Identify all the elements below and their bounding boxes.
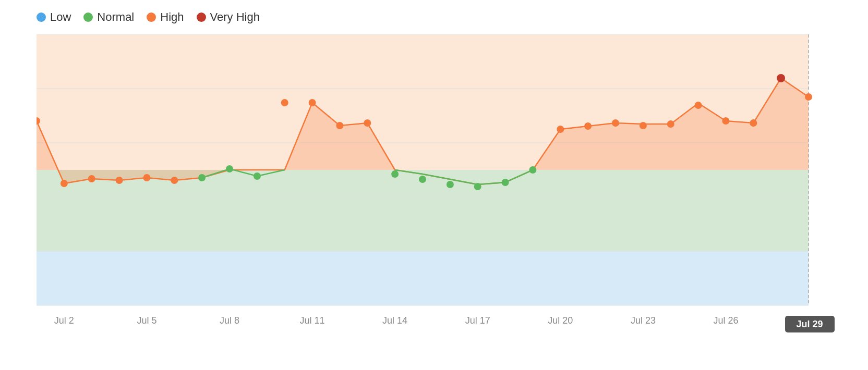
chart-area: 10 8 4 2 0 Jul 2 Jul 5 Jul 8 Jul 11 Jul … xyxy=(37,34,837,337)
legend-item-very-high: Very High xyxy=(197,10,260,24)
legend-label-high: High xyxy=(160,10,184,24)
dot-jul23 xyxy=(640,122,647,129)
x-label-jul14: Jul 14 xyxy=(382,315,407,326)
x-label-jul8: Jul 8 xyxy=(220,315,239,326)
dot-jul19 xyxy=(529,166,536,174)
legend-label-very-high: Very High xyxy=(210,10,260,24)
chart-svg: 10 8 4 2 0 Jul 2 Jul 5 Jul 8 Jul 11 Jul … xyxy=(37,34,837,337)
x-label-jul2: Jul 2 xyxy=(54,315,74,326)
x-label-jul26: Jul 26 xyxy=(713,315,738,326)
dot-jul26 xyxy=(722,117,729,125)
x-label-jul5: Jul 5 xyxy=(137,315,156,326)
x-label-jul17: Jul 17 xyxy=(465,315,490,326)
x-label-jul23: Jul 23 xyxy=(631,315,656,326)
dot-jul27 xyxy=(750,119,757,127)
dot-jul14 xyxy=(391,170,399,178)
dot-jul24 xyxy=(667,120,674,128)
dot-jul3 xyxy=(88,175,95,182)
legend: Low Normal High Very High xyxy=(37,10,837,24)
legend-dot-low xyxy=(37,13,46,22)
dot-jul29 xyxy=(805,93,812,101)
legend-item-high: High xyxy=(147,10,184,24)
legend-dot-high xyxy=(147,13,156,22)
dot-jul18 xyxy=(502,179,509,186)
zone-low xyxy=(37,251,809,305)
active-date-label: Jul 29 xyxy=(796,319,823,329)
dot-jul17 xyxy=(474,183,481,190)
dot-jul8b xyxy=(254,172,261,180)
legend-item-normal: Normal xyxy=(83,10,134,24)
dot-jul15 xyxy=(419,176,426,183)
legend-dot-very-high xyxy=(197,13,206,22)
dot-jul4 xyxy=(116,177,123,184)
dot-jul8a xyxy=(226,165,233,172)
legend-label-normal: Normal xyxy=(97,10,134,24)
legend-item-low: Low xyxy=(37,10,71,24)
dot-jul7 xyxy=(198,174,206,181)
legend-label-low: Low xyxy=(50,10,71,24)
dot-jul25 xyxy=(695,102,702,109)
x-label-jul11: Jul 11 xyxy=(300,315,325,326)
dot-jul5 xyxy=(143,174,150,181)
dot-jul22 xyxy=(612,119,619,127)
dot-jul6 xyxy=(171,177,178,184)
dot-jul21 xyxy=(584,122,592,130)
x-label-jul20: Jul 20 xyxy=(548,315,573,326)
dot-jul9-spike xyxy=(281,99,288,106)
legend-dot-normal xyxy=(83,13,93,22)
dot-jul16 xyxy=(447,181,454,188)
dot-jul28-peak xyxy=(777,74,785,82)
dot-jul11 xyxy=(309,99,316,106)
chart-container: Low Normal High Very High xyxy=(0,0,868,370)
dot-jul2 xyxy=(61,180,68,187)
dot-jul13 xyxy=(364,119,371,127)
dot-jul20 xyxy=(557,126,564,133)
dot-jul12 xyxy=(336,122,343,129)
